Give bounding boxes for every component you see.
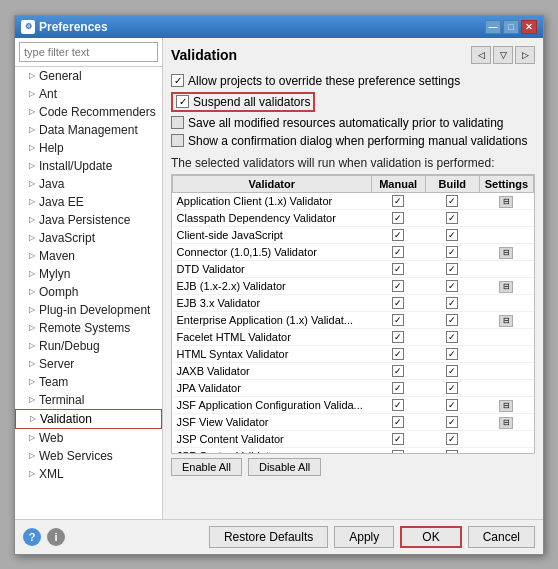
build-checkbox[interactable] bbox=[446, 450, 458, 454]
sidebar-item-help[interactable]: ▷Help bbox=[15, 139, 162, 157]
sidebar-item-code-recommenders[interactable]: ▷Code Recommenders bbox=[15, 103, 162, 121]
filter-box bbox=[15, 38, 162, 67]
sidebar-arrow: ▷ bbox=[29, 197, 35, 206]
back-button[interactable]: ◁ bbox=[471, 46, 491, 64]
build-checkbox[interactable] bbox=[446, 433, 458, 445]
build-checkbox[interactable] bbox=[446, 297, 458, 309]
help-icon[interactable]: ? bbox=[23, 528, 41, 546]
settings-icon[interactable]: ⊟ bbox=[499, 196, 513, 208]
build-checkbox[interactable] bbox=[446, 280, 458, 292]
checkbox-confirm[interactable] bbox=[171, 134, 184, 147]
sidebar-item-team[interactable]: ▷Team bbox=[15, 373, 162, 391]
manual-checkbox[interactable] bbox=[392, 399, 404, 411]
sidebar-item-web-services[interactable]: ▷Web Services bbox=[15, 447, 162, 465]
manual-checkbox[interactable] bbox=[392, 331, 404, 343]
manual-checkbox[interactable] bbox=[392, 382, 404, 394]
build-checkbox[interactable] bbox=[446, 212, 458, 224]
sidebar-item-xml[interactable]: ▷XML bbox=[15, 465, 162, 483]
sidebar-arrow: ▷ bbox=[29, 469, 35, 478]
manual-cell bbox=[371, 362, 425, 379]
build-checkbox[interactable] bbox=[446, 314, 458, 326]
footer: ? i Restore Defaults Apply OK Cancel bbox=[15, 519, 543, 554]
build-checkbox[interactable] bbox=[446, 331, 458, 343]
settings-icon[interactable]: ⊟ bbox=[499, 247, 513, 259]
build-checkbox[interactable] bbox=[446, 382, 458, 394]
build-checkbox[interactable] bbox=[446, 399, 458, 411]
validator-name: Application Client (1.x) Validator bbox=[173, 192, 372, 209]
manual-checkbox[interactable] bbox=[392, 263, 404, 275]
manual-checkbox[interactable] bbox=[392, 195, 404, 207]
sidebar-item-general[interactable]: ▷General bbox=[15, 67, 162, 85]
validator-name: Facelet HTML Validator bbox=[173, 328, 372, 345]
build-checkbox[interactable] bbox=[446, 416, 458, 428]
manual-checkbox[interactable] bbox=[392, 416, 404, 428]
sidebar-arrow: ▷ bbox=[29, 215, 35, 224]
sidebar-item-javascript[interactable]: ▷JavaScript bbox=[15, 229, 162, 247]
settings-icon[interactable]: ⊟ bbox=[499, 417, 513, 429]
table-row: Enterprise Application (1.x) Validat... … bbox=[173, 311, 534, 328]
manual-checkbox[interactable] bbox=[392, 280, 404, 292]
forward-button[interactable]: ▷ bbox=[515, 46, 535, 64]
sidebar-item-remote-systems[interactable]: ▷Remote Systems bbox=[15, 319, 162, 337]
manual-checkbox[interactable] bbox=[392, 433, 404, 445]
sidebar-arrow: ▷ bbox=[29, 143, 35, 152]
manual-checkbox[interactable] bbox=[392, 348, 404, 360]
manual-checkbox[interactable] bbox=[392, 297, 404, 309]
build-checkbox[interactable] bbox=[446, 263, 458, 275]
sidebar-item-installupdate[interactable]: ▷Install/Update bbox=[15, 157, 162, 175]
sidebar-item-plug-in-development[interactable]: ▷Plug-in Development bbox=[15, 301, 162, 319]
manual-cell bbox=[371, 294, 425, 311]
checkbox-override[interactable] bbox=[171, 74, 184, 87]
maximize-button[interactable]: □ bbox=[503, 20, 519, 34]
main-panel: Validation ◁ ▽ ▷ Allow projects to overr… bbox=[163, 38, 543, 519]
build-checkbox[interactable] bbox=[446, 348, 458, 360]
restore-defaults-button[interactable]: Restore Defaults bbox=[209, 526, 328, 548]
checkbox-suspend[interactable] bbox=[176, 95, 189, 108]
manual-cell bbox=[371, 413, 425, 430]
manual-checkbox[interactable] bbox=[392, 229, 404, 241]
build-checkbox[interactable] bbox=[446, 195, 458, 207]
sidebar-item-validation[interactable]: ▷Validation bbox=[15, 409, 162, 429]
settings-icon[interactable]: ⊟ bbox=[499, 400, 513, 412]
manual-checkbox[interactable] bbox=[392, 314, 404, 326]
sidebar-item-java-ee[interactable]: ▷Java EE bbox=[15, 193, 162, 211]
sidebar-item-web[interactable]: ▷Web bbox=[15, 429, 162, 447]
sidebar-item-terminal[interactable]: ▷Terminal bbox=[15, 391, 162, 409]
enable-all-button[interactable]: Enable All bbox=[171, 458, 242, 476]
manual-checkbox[interactable] bbox=[392, 450, 404, 454]
manual-cell bbox=[371, 277, 425, 294]
build-cell bbox=[425, 413, 479, 430]
cancel-button[interactable]: Cancel bbox=[468, 526, 535, 548]
manual-checkbox[interactable] bbox=[392, 246, 404, 258]
disable-all-button[interactable]: Disable All bbox=[248, 458, 321, 476]
sidebar-arrow: ▷ bbox=[29, 71, 35, 80]
sidebar-item-server[interactable]: ▷Server bbox=[15, 355, 162, 373]
minimize-button[interactable]: — bbox=[485, 20, 501, 34]
checkbox-save[interactable] bbox=[171, 116, 184, 129]
settings-icon[interactable]: ⊟ bbox=[499, 315, 513, 327]
sidebar-item-maven[interactable]: ▷Maven bbox=[15, 247, 162, 265]
info-icon[interactable]: i bbox=[47, 528, 65, 546]
validators-table-wrapper[interactable]: Validator Manual Build Settings Applicat… bbox=[171, 174, 535, 454]
build-checkbox[interactable] bbox=[446, 246, 458, 258]
build-cell bbox=[425, 396, 479, 413]
sidebar-item-data-management[interactable]: ▷Data Management bbox=[15, 121, 162, 139]
sidebar-arrow: ▷ bbox=[29, 287, 35, 296]
sidebar-item-mylyn[interactable]: ▷Mylyn bbox=[15, 265, 162, 283]
dropdown-button[interactable]: ▽ bbox=[493, 46, 513, 64]
sidebar-item-oomph[interactable]: ▷Oomph bbox=[15, 283, 162, 301]
settings-icon[interactable]: ⊟ bbox=[499, 281, 513, 293]
manual-cell bbox=[371, 396, 425, 413]
apply-button[interactable]: Apply bbox=[334, 526, 394, 548]
ok-button[interactable]: OK bbox=[400, 526, 461, 548]
sidebar-item-ant[interactable]: ▷Ant bbox=[15, 85, 162, 103]
build-checkbox[interactable] bbox=[446, 229, 458, 241]
close-button[interactable]: ✕ bbox=[521, 20, 537, 34]
manual-checkbox[interactable] bbox=[392, 365, 404, 377]
sidebar-item-java-persistence[interactable]: ▷Java Persistence bbox=[15, 211, 162, 229]
sidebar-item-java[interactable]: ▷Java bbox=[15, 175, 162, 193]
search-input[interactable] bbox=[19, 42, 158, 62]
manual-checkbox[interactable] bbox=[392, 212, 404, 224]
build-checkbox[interactable] bbox=[446, 365, 458, 377]
sidebar-item-rundebug[interactable]: ▷Run/Debug bbox=[15, 337, 162, 355]
